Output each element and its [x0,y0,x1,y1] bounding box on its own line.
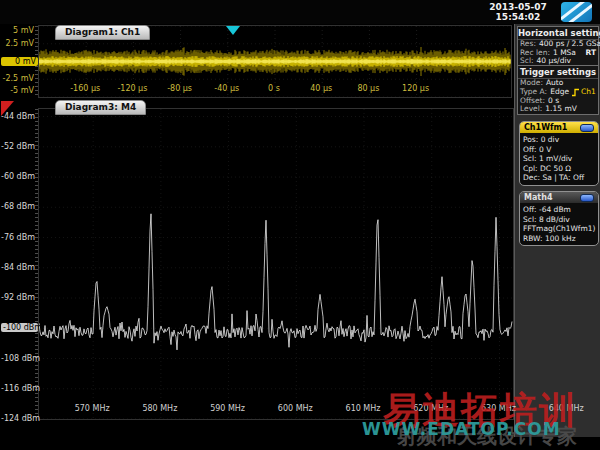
date-label: 2013-05-07 [482,2,554,12]
math4-minimize-toggle[interactable] [580,194,594,202]
badge-row: RBW: 100 kHz [523,234,595,244]
top-status-bar: 2013-05-07 15:54:02 [0,0,600,24]
diagram1-x-axis-label: -40 µs [205,84,249,93]
diagram1-container[interactable]: Diagram1: Ch1 5 mV2.5 mV0 mV-2.5 mV-5 mV… [0,24,514,98]
watermark-url-text: WWW.EDATOP.COM [362,419,561,439]
math4-badge-title[interactable]: Math4 [520,192,598,203]
time-label: 15:54:02 [482,12,554,22]
diagram3-y-axis-label: -116 dBm [1,384,34,393]
diagram1-y-axis-label: 5 mV [1,26,34,35]
diagram1-x-axis-label: 0 s [252,84,296,93]
diagram3-x-axis-label: 600 MHz [273,404,317,413]
diagram1-y-axis-label: -5 mV [1,86,34,95]
math4-fft-svg [39,109,513,419]
badge-row: Off: 0 V [523,145,595,155]
diagram1-x-axis-label: 80 µs [346,84,390,93]
diagram3-x-axis-label: 570 MHz [70,404,114,413]
realtime-badge: RT [585,49,596,58]
tab-diagram1[interactable]: Diagram1: Ch1 [55,25,150,40]
settings-sidebar: Horizontal settings Res: 400 ps / 2.5 GS… [514,24,600,437]
diagram1-y-axis-label: 0 mV [1,57,38,66]
ch1wfm1-badge-title[interactable]: Ch1Wfm1 [520,122,598,133]
trigger-position-marker-icon[interactable] [226,26,240,35]
math4-badge-body: Off: -64 dBm Scl: 8 dB/div FFTmag(Ch1Wfm… [520,203,598,245]
edge-trigger-icon [571,88,580,97]
diagram3-y-axis-label: -68 dBm [1,202,34,211]
diagram1-x-axis-label: 40 µs [299,84,343,93]
horizontal-settings-panel[interactable]: Horizontal settings Res: 400 ps / 2.5 GS… [517,26,599,67]
diagram3-y-axis-label: -60 dBm [1,172,34,181]
diagram3-y-axis-label: -76 dBm [1,233,34,242]
rohde-schwarz-logo-icon [561,2,592,22]
diagram3-x-axis-label: 580 MHz [138,404,182,413]
diagram3-y-axis-label: -84 dBm [1,263,34,272]
oscilloscope-screen: 2013-05-07 15:54:02 Diagram1: Ch1 5 mV2.… [0,0,600,450]
diagram1-x-axis-label: -80 µs [158,84,202,93]
diagram1-x-axis-label: -160 µs [63,84,107,93]
badge-row: Scl: 8 dB/div [523,215,595,225]
diagram3-y-axis-label: -100 dBm [1,323,38,332]
diagram3-y-axis-label: -52 dBm [1,142,34,151]
diagram3-y-axis-label: -108 dBm [1,354,34,363]
diagram1-y-axis-label: -2.5 mV [1,74,34,83]
diagram3-plot-area[interactable] [38,108,514,420]
diagram3-x-axis-label: 590 MHz [206,404,250,413]
diagram3-y-axis-label: -92 dBm [1,293,34,302]
trigger-settings-panel[interactable]: Trigger settings Mode: Auto Type A: Edge… [517,65,599,115]
trigger-level-row: Level: 1.15 mV [518,105,598,114]
ch1wfm1-badge-label: Ch1Wfm1 [524,123,567,132]
tab-diagram3[interactable]: Diagram3: M4 [55,100,146,115]
ch1wfm1-badge-body: Pos: 0 div Off: 0 V Scl: 1 mV/div Cpl: D… [520,133,598,185]
math4-badge-label: Math4 [524,193,552,202]
ch1wfm1-minimize-toggle[interactable] [580,124,594,132]
diagram3-y-axis-ruler [35,109,38,417]
ch1wfm1-signal-badge[interactable]: Ch1Wfm1 Pos: 0 div Off: 0 V Scl: 1 mV/di… [519,121,599,186]
badge-row: Pos: 0 div [523,135,595,145]
badge-row: Off: -64 dBm [523,205,595,215]
diagram3-container[interactable]: Diagram3: M4 -44 dBm-52 dBm-60 dBm-68 dB… [0,98,514,428]
diagram3-x-axis-label: 610 MHz [341,404,385,413]
badge-row: Cpl: DC 50 Ω [523,164,595,174]
diagram3-y-axis-label: -124 dBm [1,414,34,423]
badge-row: Scl: 1 mV/div [523,154,595,164]
math4-signal-badge[interactable]: Math4 Off: -64 dBm Scl: 8 dB/div FFTmag(… [519,191,599,246]
math4-reference-marker-icon[interactable] [1,101,14,116]
diagram1-y-axis-label: 2.5 mV [1,39,34,48]
badge-row: Dec: Sa | TA: Off [523,173,595,183]
diagram1-x-axis-label: 120 µs [394,84,438,93]
badge-row: FFTmag(Ch1Wfm1) [523,224,595,234]
datetime-display: 2013-05-07 15:54:02 [482,2,554,22]
diagram1-x-axis-label: -120 µs [110,84,154,93]
trigger-source-label: Ch1 [581,88,596,97]
